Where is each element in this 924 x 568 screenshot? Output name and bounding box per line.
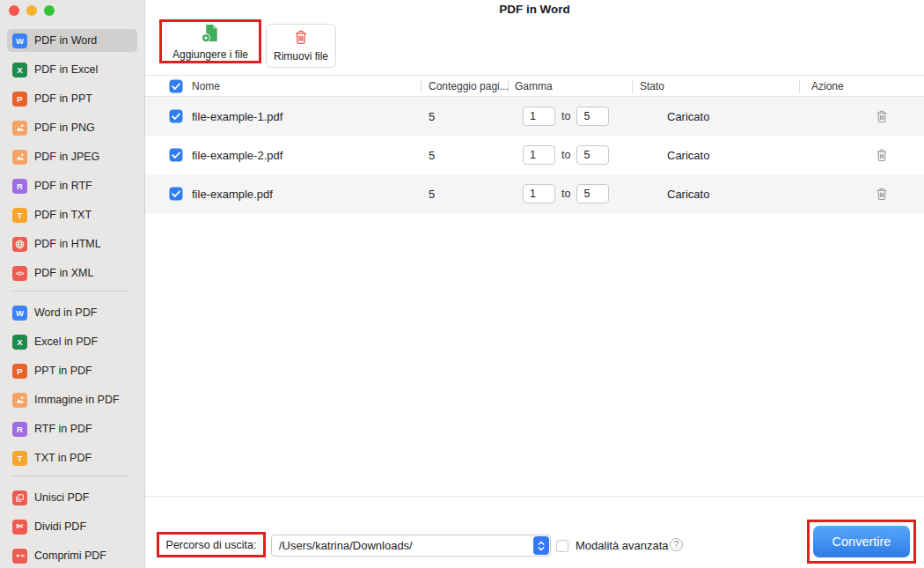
delete-file-icon[interactable] bbox=[875, 187, 889, 201]
sidebar-item-label: PPT in PDF bbox=[34, 365, 92, 377]
sidebar-item-label: PDF in RTF bbox=[34, 180, 92, 192]
sidebar-item-label: RTF in PDF bbox=[34, 423, 92, 435]
column-header-gamma[interactable]: Gamma bbox=[515, 80, 553, 92]
sidebar-item-txt-in-pdf[interactable]: TTXT in PDF bbox=[7, 446, 137, 469]
select-all-checkbox[interactable] bbox=[169, 79, 183, 93]
range-separator: to bbox=[561, 149, 570, 161]
sidebar: WPDF in WordXPDF in ExcelPPDF in PPTPDF … bbox=[0, 0, 145, 568]
table-row[interactable]: file-example-1.pdf5toCaricato bbox=[145, 97, 924, 136]
sidebar-item-pdf-in-rtf[interactable]: RPDF in RTF bbox=[7, 174, 137, 197]
rtf-icon: R bbox=[12, 179, 27, 194]
footer-divider bbox=[145, 496, 924, 497]
sidebar-item-pdf-in-html[interactable]: PDF in HTML bbox=[7, 232, 137, 255]
file-checkbox[interactable] bbox=[169, 187, 183, 201]
output-path-value: /Users/katrina/Downloads/ bbox=[279, 539, 533, 552]
range-to-input[interactable] bbox=[576, 184, 609, 203]
ppt-icon: P bbox=[12, 92, 27, 107]
sidebar-item-pdf-in-ppt[interactable]: PPDF in PPT bbox=[7, 87, 137, 110]
help-icon[interactable]: ? bbox=[670, 538, 683, 551]
sidebar-item-rtf-in-pdf[interactable]: RRTF in PDF bbox=[7, 417, 137, 440]
remove-files-label: Rimuovi file bbox=[274, 50, 328, 63]
annotation-output-path: Percorso di uscita: bbox=[157, 532, 266, 557]
sidebar-item-immagine-in-pdf[interactable]: Immagine in PDF bbox=[7, 388, 137, 411]
sidebar-item-label: PDF in PNG bbox=[34, 122, 95, 134]
sidebar-item-pdf-in-txt[interactable]: TPDF in TXT bbox=[7, 203, 137, 226]
sidebar-item-ppt-in-pdf[interactable]: PPPT in PDF bbox=[7, 359, 137, 382]
stepper-icon[interactable] bbox=[533, 536, 549, 555]
minimize-window-button[interactable] bbox=[26, 5, 37, 16]
sidebar-item-label: PDF in Excel bbox=[34, 63, 98, 76]
zoom-window-button[interactable] bbox=[44, 5, 55, 16]
file-status: Caricato bbox=[667, 149, 709, 162]
sidebar-item-label: Excel in PDF bbox=[34, 336, 98, 348]
range-separator: to bbox=[561, 188, 570, 200]
delete-file-icon[interactable] bbox=[875, 148, 889, 162]
txt-icon: T bbox=[12, 208, 27, 223]
sidebar-item-label: Unisci PDF bbox=[34, 491, 90, 504]
sidebar-item-word-in-pdf[interactable]: WWord in PDF bbox=[7, 301, 137, 324]
sidebar-item-label: PDF in TXT bbox=[34, 209, 92, 221]
image-icon bbox=[12, 150, 27, 165]
page-range: to bbox=[523, 184, 609, 203]
column-header-pagine[interactable]: Conteggio pagi... bbox=[429, 80, 509, 92]
sidebar-item-label: Dividi PDF bbox=[34, 520, 86, 533]
range-to-input[interactable] bbox=[576, 145, 609, 165]
range-from-input[interactable] bbox=[523, 145, 555, 165]
sidebar-item-comprimi-pdf[interactable]: Comprimi PDF bbox=[7, 544, 137, 567]
output-path-select[interactable]: /Users/katrina/Downloads/ bbox=[271, 535, 551, 557]
sidebar-item-dividi-pdf[interactable]: ✂Dividi PDF bbox=[7, 515, 137, 538]
page-range: to bbox=[523, 145, 609, 165]
column-header-azione[interactable]: Azione bbox=[811, 80, 844, 92]
file-table: file-example-1.pdf5toCaricatofile-exampl… bbox=[145, 97, 924, 213]
advanced-mode-label: Modalità avanzata bbox=[576, 539, 669, 552]
column-header-nome[interactable]: Nome bbox=[192, 80, 220, 92]
sidebar-item-label: Immagine in PDF bbox=[34, 394, 120, 406]
range-separator: to bbox=[561, 110, 570, 122]
table-row[interactable]: file-example-2.pdf5toCaricato bbox=[145, 136, 924, 174]
sidebar-item-excel-in-pdf[interactable]: XExcel in PDF bbox=[7, 330, 137, 353]
file-checkbox[interactable] bbox=[169, 148, 183, 162]
sidebar-item-pdf-in-word[interactable]: WPDF in Word bbox=[7, 29, 137, 52]
range-to-input[interactable] bbox=[576, 107, 609, 126]
file-name: file-example-2.pdf bbox=[192, 149, 282, 162]
sidebar-item-unisci-pdf[interactable]: Unisci PDF bbox=[7, 486, 137, 509]
add-files-label: Aggiungere i file bbox=[172, 48, 248, 61]
sidebar-item-label: Word in PDF bbox=[34, 306, 97, 319]
delete-file-icon[interactable] bbox=[875, 109, 889, 123]
sidebar-item-pdf-in-png[interactable]: PDF in PNG bbox=[7, 116, 137, 139]
page-count: 5 bbox=[429, 149, 435, 162]
excel-icon: X bbox=[12, 63, 27, 77]
convert-button[interactable]: Convertire bbox=[813, 526, 910, 557]
sidebar-item-label: PDF in XML bbox=[34, 267, 93, 279]
word-icon: W bbox=[12, 306, 27, 321]
sidebar-item-pdf-in-jpeg[interactable]: PDF in JPEG bbox=[7, 145, 137, 168]
compress-icon bbox=[12, 549, 27, 564]
advanced-mode-checkbox[interactable] bbox=[556, 540, 568, 552]
annotation-convert: Convertire bbox=[807, 520, 916, 564]
sidebar-item-label: PDF in Word bbox=[34, 34, 97, 47]
file-name: file-example.pdf bbox=[192, 188, 273, 201]
page-title: PDF in Word bbox=[145, 3, 924, 16]
image-icon bbox=[12, 393, 27, 408]
column-header-stato[interactable]: Stato bbox=[640, 80, 664, 92]
file-name: file-example-1.pdf bbox=[192, 110, 282, 123]
file-checkbox[interactable] bbox=[169, 109, 183, 123]
sidebar-item-label: Comprimi PDF bbox=[34, 550, 106, 562]
sidebar-item-pdf-in-excel[interactable]: XPDF in Excel bbox=[7, 58, 137, 81]
range-from-input[interactable] bbox=[523, 184, 555, 203]
add-file-icon bbox=[201, 23, 221, 46]
range-from-input[interactable] bbox=[523, 107, 555, 126]
sidebar-item-label: TXT in PDF bbox=[34, 452, 92, 464]
ppt-icon: P bbox=[12, 364, 27, 379]
sidebar-item-pdf-in-xml[interactable]: </>PDF in XML bbox=[7, 262, 137, 284]
page-count: 5 bbox=[429, 110, 435, 123]
txt-icon: T bbox=[12, 451, 27, 466]
add-files-button[interactable]: Aggiungere i file bbox=[162, 22, 259, 61]
annotation-add-files: Aggiungere i file bbox=[159, 19, 261, 63]
remove-files-button[interactable]: Rimuovi file bbox=[266, 24, 336, 68]
image-icon bbox=[12, 121, 27, 136]
close-window-button[interactable] bbox=[9, 5, 19, 16]
table-row[interactable]: file-example.pdf5toCaricato bbox=[145, 174, 924, 213]
trash-icon bbox=[293, 29, 309, 48]
html-icon bbox=[12, 237, 27, 252]
